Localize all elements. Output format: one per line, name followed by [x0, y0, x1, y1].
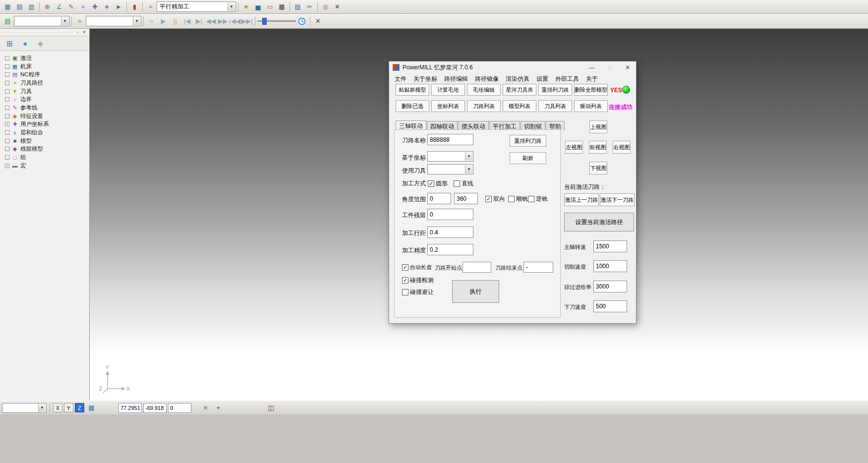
menu-path-mirror[interactable]: 路径镜像: [471, 73, 502, 85]
menu-coords[interactable]: 关于坐标: [410, 73, 441, 85]
printer-icon[interactable]: ▥: [26, 1, 37, 12]
plunge-feed-input[interactable]: [593, 300, 627, 312]
rearrange-button[interactable]: 重排列刀路: [510, 135, 546, 147]
expand-toggle[interactable]: -: [5, 130, 9, 135]
expand-toggle[interactable]: -: [5, 139, 9, 143]
step-back-button[interactable]: |◀: [181, 15, 193, 27]
checkbox-box[interactable]: [402, 289, 408, 295]
pencil-icon[interactable]: ✎: [65, 1, 77, 12]
expand-toggle[interactable]: -: [5, 97, 9, 102]
delete-all-models-button[interactable]: 删除全部模型: [574, 84, 608, 96]
close-button[interactable]: ✕: [620, 62, 635, 73]
use-tool-combobox[interactable]: ▼: [427, 164, 473, 174]
menu-path-edit[interactable]: 路径编辑: [441, 73, 471, 85]
skim-feed-input[interactable]: [593, 281, 627, 292]
pause-button[interactable]: ||: [170, 15, 181, 27]
axis-y-button[interactable]: Y: [64, 403, 73, 412]
step-forward-button[interactable]: ▶|: [193, 15, 205, 27]
end-point-input[interactable]: [523, 262, 553, 273]
angle-to-input[interactable]: [454, 193, 478, 204]
tree-item-patterns[interactable]: -✎参考线: [1, 104, 88, 112]
binoculars-icon[interactable]: ◎: [320, 1, 331, 12]
probe-icon[interactable]: ⌖: [213, 402, 224, 413]
checkbox-box[interactable]: [402, 277, 408, 284]
chevron-down-icon[interactable]: ▼: [133, 17, 140, 25]
calculator-icon[interactable]: ▦: [276, 1, 288, 12]
tree-item-workplanes[interactable]: +✚用户坐标系: [1, 120, 88, 129]
expand-toggle[interactable]: -: [5, 56, 9, 60]
toolpath-list-button[interactable]: 刀路列表: [467, 100, 501, 112]
points-icon[interactable]: ∗: [101, 1, 113, 12]
panel-grip[interactable]: ········································…: [0, 29, 89, 36]
view-right-button[interactable]: 右视图: [613, 141, 631, 154]
chevron-down-icon[interactable]: ▼: [228, 2, 235, 11]
tolerance-input[interactable]: [427, 244, 473, 255]
chevron-down-icon[interactable]: ▼: [61, 17, 68, 25]
angle-from-input[interactable]: [427, 193, 451, 204]
tree-item-nc-programs[interactable]: -▤NC程序: [1, 70, 88, 79]
view-combobox[interactable]: ▼: [2, 403, 47, 413]
scissors-icon[interactable]: ✂: [304, 1, 315, 12]
clock-icon[interactable]: [296, 15, 308, 27]
block-icon[interactable]: ▮: [129, 1, 140, 12]
play-button[interactable]: ▶: [158, 15, 169, 27]
stock-remain-input[interactable]: [427, 209, 473, 220]
rearrange-toolpaths-button[interactable]: 重排列刀路: [538, 84, 572, 96]
tree-item-activate[interactable]: -▣激活: [1, 54, 88, 62]
expand-toggle[interactable]: -: [5, 89, 9, 94]
expand-toggle[interactable]: -: [5, 81, 9, 85]
expand-toggle[interactable]: -: [5, 106, 9, 110]
explorer-tree-icon[interactable]: ⊞: [4, 38, 15, 49]
expand-toggle[interactable]: -: [5, 155, 9, 160]
checkbox-box[interactable]: [485, 196, 492, 202]
tree-item-tools[interactable]: -▼刀具: [1, 87, 88, 96]
menu-render-sim[interactable]: 渲染仿真: [502, 73, 533, 85]
rewind-button[interactable]: ◀◀: [205, 15, 217, 27]
lightbulb-icon[interactable]: ○: [146, 15, 157, 27]
view-top-button[interactable]: 上视图: [589, 120, 607, 133]
cutting-feed-input[interactable]: [593, 260, 627, 272]
menu-file[interactable]: 文件: [391, 73, 410, 85]
toolpath-strategy-icon[interactable]: ≈: [145, 1, 156, 12]
view-left-button[interactable]: 左视图: [565, 141, 583, 154]
dialog-titlebar[interactable]: PowerMILL 忆梦星河 7.0.6 — □ ✕: [389, 61, 636, 73]
tree-item-models[interactable]: -■模型: [1, 137, 88, 145]
shield-icon[interactable]: ◈: [35, 38, 46, 49]
axes-icon[interactable]: ✚: [89, 1, 101, 12]
speed-slider[interactable]: [257, 17, 296, 25]
refresh-button[interactable]: 刷新: [510, 152, 546, 164]
minimize-button[interactable]: —: [584, 62, 599, 73]
tool-library-button[interactable]: 星河刀具库: [503, 84, 536, 96]
menu-external-tools[interactable]: 外部工具: [552, 73, 582, 85]
close-toolbar-icon[interactable]: ✕: [332, 1, 343, 12]
strategy-combobox[interactable]: 平行精加工 ▼: [157, 1, 236, 12]
conventional-mill-checkbox[interactable]: 逆铣: [528, 195, 548, 203]
menu-settings[interactable]: 设置: [533, 73, 552, 85]
coord-z-input[interactable]: [168, 403, 191, 413]
save-icon[interactable]: ▤: [14, 1, 25, 12]
stepover-input[interactable]: [427, 227, 473, 238]
tree-item-feature-sets[interactable]: -◆特征设置: [1, 112, 88, 120]
chevron-down-icon[interactable]: ▼: [465, 152, 472, 161]
set-active-path-button[interactable]: 设置当前激活路径: [564, 213, 634, 232]
tree-item-groups[interactable]: -□组: [1, 153, 88, 162]
start-point-input[interactable]: [463, 262, 491, 273]
expand-toggle[interactable]: -: [5, 147, 9, 151]
ruler-icon[interactable]: ▭: [264, 1, 276, 12]
tree-item-macros[interactable]: +▬宏: [1, 162, 88, 170]
fast-forward-button[interactable]: ▶▶: [217, 15, 229, 27]
line-checkbox[interactable]: 直线: [454, 179, 473, 188]
cube-stack-icon[interactable]: ▦: [2, 1, 13, 12]
auto-length-checkbox[interactable]: 自动长度: [402, 264, 432, 271]
model-list-button[interactable]: 模型列表: [503, 100, 536, 112]
chevron-down-icon[interactable]: ▼: [38, 404, 46, 412]
bidirectional-checkbox[interactable]: 双向: [485, 195, 505, 203]
expand-toggle[interactable]: -: [5, 72, 9, 77]
climb-mill-checkbox[interactable]: 顺铣: [508, 195, 528, 203]
activate-next-toolpath-button[interactable]: 激活下一刀路: [600, 193, 635, 206]
expand-toggle[interactable]: +: [5, 164, 9, 168]
checkbox-box[interactable]: [428, 180, 434, 187]
slider-handle[interactable]: [262, 18, 267, 25]
chevron-down-icon[interactable]: ▼: [465, 165, 472, 174]
globe-icon[interactable]: ●: [19, 38, 31, 49]
